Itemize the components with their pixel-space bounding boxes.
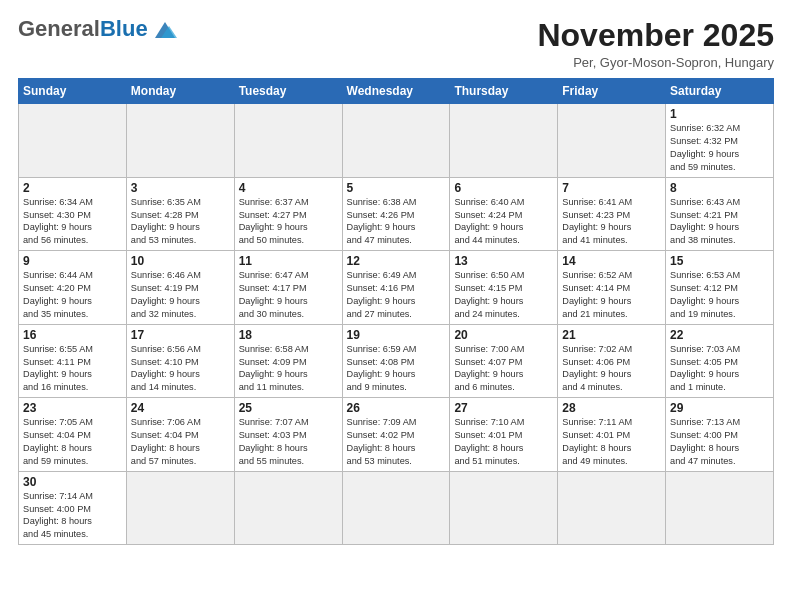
calendar-row-5: 23 Sunrise: 7:05 AMSunset: 4:04 PMDaylig… xyxy=(19,398,774,472)
empty-cell xyxy=(558,104,666,178)
day-7: 7 Sunrise: 6:41 AMSunset: 4:23 PMDayligh… xyxy=(558,177,666,251)
day-6: 6 Sunrise: 6:40 AMSunset: 4:24 PMDayligh… xyxy=(450,177,558,251)
day-14: 14 Sunrise: 6:52 AMSunset: 4:14 PMDaylig… xyxy=(558,251,666,325)
logo-text: General Blue xyxy=(18,18,179,40)
day-15: 15 Sunrise: 6:53 AMSunset: 4:12 PMDaylig… xyxy=(666,251,774,325)
day-19: 19 Sunrise: 6:59 AMSunset: 4:08 PMDaylig… xyxy=(342,324,450,398)
day-17: 17 Sunrise: 6:56 AMSunset: 4:10 PMDaylig… xyxy=(126,324,234,398)
empty-cell xyxy=(342,104,450,178)
day-info-1: Sunrise: 6:32 AMSunset: 4:32 PMDaylight:… xyxy=(670,122,769,174)
day-20: 20 Sunrise: 7:00 AMSunset: 4:07 PMDaylig… xyxy=(450,324,558,398)
day-10: 10 Sunrise: 6:46 AMSunset: 4:19 PMDaylig… xyxy=(126,251,234,325)
th-saturday: Saturday xyxy=(666,79,774,104)
day-25: 25 Sunrise: 7:07 AMSunset: 4:03 PMDaylig… xyxy=(234,398,342,472)
day-24: 24 Sunrise: 7:06 AMSunset: 4:04 PMDaylig… xyxy=(126,398,234,472)
logo-icon xyxy=(151,18,179,40)
month-title: November 2025 xyxy=(537,18,774,53)
empty-cell xyxy=(126,471,234,545)
empty-cell xyxy=(450,471,558,545)
calendar-row-3: 9 Sunrise: 6:44 AMSunset: 4:20 PMDayligh… xyxy=(19,251,774,325)
day-9: 9 Sunrise: 6:44 AMSunset: 4:20 PMDayligh… xyxy=(19,251,127,325)
day-11: 11 Sunrise: 6:47 AMSunset: 4:17 PMDaylig… xyxy=(234,251,342,325)
day-number-1: 1 xyxy=(670,107,769,121)
empty-cell xyxy=(234,104,342,178)
day-27: 27 Sunrise: 7:10 AMSunset: 4:01 PMDaylig… xyxy=(450,398,558,472)
day-16: 16 Sunrise: 6:55 AMSunset: 4:11 PMDaylig… xyxy=(19,324,127,398)
day-26: 26 Sunrise: 7:09 AMSunset: 4:02 PMDaylig… xyxy=(342,398,450,472)
empty-cell xyxy=(558,471,666,545)
day-21: 21 Sunrise: 7:02 AMSunset: 4:06 PMDaylig… xyxy=(558,324,666,398)
th-sunday: Sunday xyxy=(19,79,127,104)
header: General Blue November 2025 Per, Gyor-Mos… xyxy=(18,18,774,70)
logo-general: General xyxy=(18,18,100,40)
th-friday: Friday xyxy=(558,79,666,104)
weekday-header-row: Sunday Monday Tuesday Wednesday Thursday… xyxy=(19,79,774,104)
day-12: 12 Sunrise: 6:49 AMSunset: 4:16 PMDaylig… xyxy=(342,251,450,325)
calendar-row-6: 30 Sunrise: 7:14 AMSunset: 4:00 PMDaylig… xyxy=(19,471,774,545)
th-thursday: Thursday xyxy=(450,79,558,104)
empty-cell xyxy=(126,104,234,178)
empty-cell xyxy=(19,104,127,178)
day-3: 3 Sunrise: 6:35 AMSunset: 4:28 PMDayligh… xyxy=(126,177,234,251)
calendar-row-4: 16 Sunrise: 6:55 AMSunset: 4:11 PMDaylig… xyxy=(19,324,774,398)
day-18: 18 Sunrise: 6:58 AMSunset: 4:09 PMDaylig… xyxy=(234,324,342,398)
day-4: 4 Sunrise: 6:37 AMSunset: 4:27 PMDayligh… xyxy=(234,177,342,251)
day-8: 8 Sunrise: 6:43 AMSunset: 4:21 PMDayligh… xyxy=(666,177,774,251)
empty-cell xyxy=(342,471,450,545)
day-23: 23 Sunrise: 7:05 AMSunset: 4:04 PMDaylig… xyxy=(19,398,127,472)
th-wednesday: Wednesday xyxy=(342,79,450,104)
th-tuesday: Tuesday xyxy=(234,79,342,104)
page: General Blue November 2025 Per, Gyor-Mos… xyxy=(0,0,792,612)
location-subtitle: Per, Gyor-Moson-Sopron, Hungary xyxy=(537,55,774,70)
logo: General Blue xyxy=(18,18,179,40)
day-5: 5 Sunrise: 6:38 AMSunset: 4:26 PMDayligh… xyxy=(342,177,450,251)
calendar-table: Sunday Monday Tuesday Wednesday Thursday… xyxy=(18,78,774,545)
day-30: 30 Sunrise: 7:14 AMSunset: 4:00 PMDaylig… xyxy=(19,471,127,545)
logo-blue: Blue xyxy=(100,18,148,40)
day-1: 1 Sunrise: 6:32 AMSunset: 4:32 PMDayligh… xyxy=(666,104,774,178)
day-29: 29 Sunrise: 7:13 AMSunset: 4:00 PMDaylig… xyxy=(666,398,774,472)
day-2: 2 Sunrise: 6:34 AMSunset: 4:30 PMDayligh… xyxy=(19,177,127,251)
empty-cell xyxy=(234,471,342,545)
calendar-row-2: 2 Sunrise: 6:34 AMSunset: 4:30 PMDayligh… xyxy=(19,177,774,251)
calendar-row-1: 1 Sunrise: 6:32 AMSunset: 4:32 PMDayligh… xyxy=(19,104,774,178)
th-monday: Monday xyxy=(126,79,234,104)
day-22: 22 Sunrise: 7:03 AMSunset: 4:05 PMDaylig… xyxy=(666,324,774,398)
title-block: November 2025 Per, Gyor-Moson-Sopron, Hu… xyxy=(537,18,774,70)
day-13: 13 Sunrise: 6:50 AMSunset: 4:15 PMDaylig… xyxy=(450,251,558,325)
day-28: 28 Sunrise: 7:11 AMSunset: 4:01 PMDaylig… xyxy=(558,398,666,472)
empty-cell xyxy=(450,104,558,178)
empty-cell xyxy=(666,471,774,545)
